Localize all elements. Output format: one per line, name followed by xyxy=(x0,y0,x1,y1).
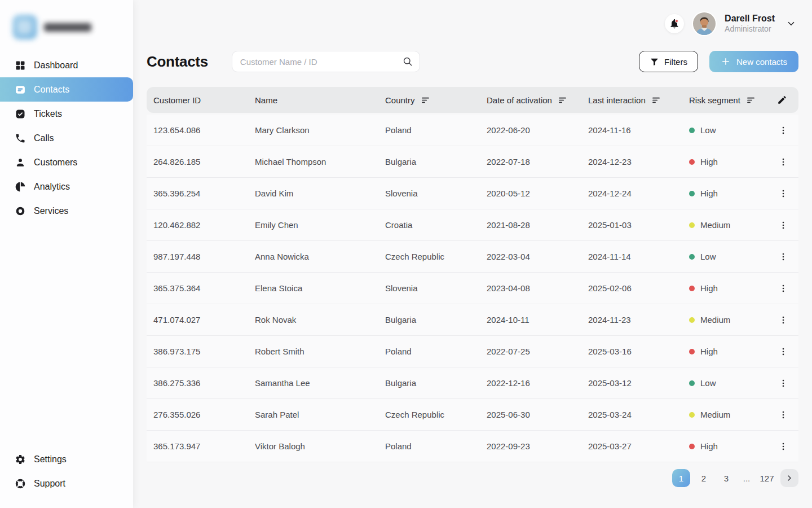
sidebar-item-label: Customers xyxy=(34,157,77,168)
cell-name: David Kim xyxy=(255,189,385,198)
cell-date-of-activation: 2023-04-08 xyxy=(487,283,588,293)
user-role: Administrator xyxy=(725,24,775,34)
chevron-right-icon xyxy=(785,474,794,483)
lifebuoy-icon xyxy=(15,478,26,489)
pagination-next-button[interactable] xyxy=(780,469,798,487)
cell-date-of-activation: 2025-06-30 xyxy=(487,410,588,419)
risk-dot-red xyxy=(689,444,695,449)
user-name: Darell Frost xyxy=(725,13,775,24)
row-actions-kebab-button[interactable] xyxy=(777,377,792,389)
sidebar-item-calls[interactable]: Calls xyxy=(0,126,133,150)
user-menu-button[interactable] xyxy=(784,16,798,31)
cell-country: Bulgaria xyxy=(385,157,487,167)
row-actions-kebab-button[interactable] xyxy=(777,156,792,168)
cell-customer-id: 120.462.882 xyxy=(153,220,255,230)
filters-button-label: Filters xyxy=(664,57,687,67)
risk-label: Medium xyxy=(700,410,730,419)
cell-customer-id: 386.973.175 xyxy=(153,347,255,356)
cell-name: Michael Thompson xyxy=(255,157,385,167)
page-header: Contacts Filters New contacts xyxy=(147,51,798,72)
cell-customer-id: 264.826.185 xyxy=(153,157,255,167)
sidebar: DashboardContactsTicketsCallsCustomersAn… xyxy=(0,0,133,508)
filters-button[interactable]: Filters xyxy=(639,51,698,72)
notifications-bell-button[interactable] xyxy=(665,14,684,33)
kebab-icon xyxy=(778,252,788,262)
row-actions-kebab-button[interactable] xyxy=(777,314,792,326)
table-row: 365.396.254David KimSlovenia2020-05-1220… xyxy=(147,178,798,209)
sort-icon[interactable] xyxy=(651,95,661,105)
cell-last-interaction: 2024-12-23 xyxy=(588,157,689,167)
risk-dot-yellow xyxy=(689,222,695,228)
cell-date-of-activation: 2020-05-12 xyxy=(487,189,588,198)
kebab-icon xyxy=(778,378,788,388)
sidebar-item-label: Analytics xyxy=(34,182,70,192)
column-header-name: Name xyxy=(255,95,385,105)
table-row: 365.375.364Elena StoicaSlovenia2023-04-0… xyxy=(147,273,798,304)
risk-dot-red xyxy=(689,286,695,291)
cell-risk-segment: Low xyxy=(689,378,777,388)
cell-name: Samantha Lee xyxy=(255,378,385,388)
dashboard-icon xyxy=(15,60,26,71)
cell-name: Viktor Balogh xyxy=(255,441,385,451)
sidebar-item-customers[interactable]: Customers xyxy=(0,150,133,174)
sidebar-nav: DashboardContactsTicketsCallsCustomersAn… xyxy=(0,53,133,223)
kebab-icon xyxy=(778,347,788,357)
cell-date-of-activation: 2021-08-28 xyxy=(487,220,588,230)
sort-icon[interactable] xyxy=(421,95,430,105)
pagination-ellipsis: ... xyxy=(740,474,753,483)
sidebar-item-dashboard[interactable]: Dashboard xyxy=(0,53,133,77)
table-row: 386.973.175Robert SmithPoland2022-07-252… xyxy=(147,336,798,367)
search-input[interactable] xyxy=(232,51,420,72)
pagination-page-2[interactable]: 2 xyxy=(695,469,713,487)
risk-dot-green xyxy=(689,380,695,386)
risk-dot-green xyxy=(689,128,695,133)
row-actions-kebab-button[interactable] xyxy=(777,345,792,358)
cell-country: Czech Republic xyxy=(385,252,487,261)
sort-icon[interactable] xyxy=(558,95,567,105)
pagination-page-127[interactable]: 127 xyxy=(758,469,776,487)
pagination-page-1[interactable]: 1 xyxy=(672,469,690,487)
row-actions-kebab-button[interactable] xyxy=(777,251,792,263)
sort-icon[interactable] xyxy=(746,95,756,105)
edit-columns-button[interactable] xyxy=(777,95,787,105)
sidebar-item-label: Settings xyxy=(34,454,67,465)
sidebar-item-label: Dashboard xyxy=(34,60,78,71)
kebab-icon xyxy=(778,189,788,199)
gear-icon xyxy=(15,454,26,465)
sidebar-item-settings[interactable]: Settings xyxy=(0,447,133,471)
row-actions-kebab-button[interactable] xyxy=(777,282,792,295)
app-logo[interactable] xyxy=(0,0,133,43)
row-actions-kebab-button[interactable] xyxy=(777,124,792,137)
row-actions-kebab-button[interactable] xyxy=(777,440,792,453)
chevron-down-icon xyxy=(786,19,796,29)
pagination-page-3[interactable]: 3 xyxy=(717,469,735,487)
header-actions: Filters New contacts xyxy=(639,51,798,72)
table-row: 471.074.027Rok NovakBulgaria2024-10-1120… xyxy=(147,304,798,336)
cell-date-of-activation: 2024-10-11 xyxy=(487,315,588,325)
cell-customer-id: 123.654.086 xyxy=(153,125,255,135)
cell-country: Croatia xyxy=(385,220,487,230)
row-actions-kebab-button[interactable] xyxy=(777,219,792,231)
cell-date-of-activation: 2022-09-23 xyxy=(487,441,588,451)
sidebar-item-analytics[interactable]: Analytics xyxy=(0,174,133,199)
sidebar-item-support[interactable]: Support xyxy=(0,471,133,496)
column-header-last-interaction: Last interaction xyxy=(588,95,689,105)
sidebar-item-contacts[interactable]: Contacts xyxy=(0,77,133,102)
sidebar-item-tickets[interactable]: Tickets xyxy=(0,102,133,126)
sidebar-item-services[interactable]: Services xyxy=(0,199,133,223)
cell-date-of-activation: 2022-06-20 xyxy=(487,125,588,135)
new-contacts-button[interactable]: New contacts xyxy=(709,51,798,72)
risk-dot-yellow xyxy=(689,412,695,418)
cell-customer-id: 386.275.336 xyxy=(153,378,255,388)
sidebar-item-label: Support xyxy=(34,479,65,489)
kebab-icon xyxy=(778,157,788,167)
risk-label: High xyxy=(700,347,718,356)
cell-date-of-activation: 2022-12-16 xyxy=(487,378,588,388)
cell-country: Slovenia xyxy=(385,189,487,198)
row-actions-kebab-button[interactable] xyxy=(777,187,792,200)
column-header-customer-id: Customer ID xyxy=(153,95,255,105)
cell-country: Poland xyxy=(385,125,487,135)
row-actions-kebab-button[interactable] xyxy=(777,409,792,421)
avatar[interactable] xyxy=(693,12,716,35)
table-body: 123.654.086Mary ClarksonPoland2022-06-20… xyxy=(147,115,798,462)
